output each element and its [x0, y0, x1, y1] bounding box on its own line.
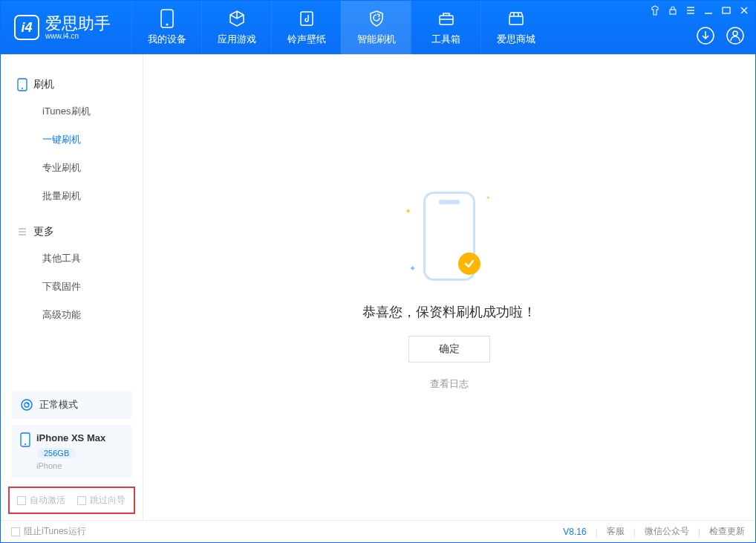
svg-rect-3 [440, 16, 453, 25]
support-link[interactable]: 客服 [607, 525, 625, 538]
checkbox-label: 自动激活 [30, 494, 65, 507]
svg-rect-6 [723, 7, 730, 13]
download-icon[interactable] [696, 26, 715, 48]
phone-icon [20, 432, 30, 447]
device-name: iPhone XS Max [36, 432, 105, 443]
status-bar: 阻止iTunes运行 V8.16 | 客服 | 微信公众号 | 检查更新 [1, 520, 755, 542]
close-icon[interactable] [739, 5, 749, 16]
checkbox-skip-guide[interactable]: 跳过向导 [77, 494, 126, 507]
logo: i4 爱思助手 www.i4.cn [1, 15, 124, 40]
svg-point-12 [22, 400, 32, 410]
music-icon [297, 9, 316, 28]
main-content: ✦ ✦ ✦ 恭喜您，保资料刷机成功啦！ 确定 查看日志 [143, 54, 755, 520]
app-subtitle: www.i4.cn [45, 32, 111, 40]
device-mode-text: 正常模式 [39, 398, 78, 412]
checkbox-row-highlighted: 自动激活 跳过向导 [8, 487, 135, 514]
tab-my-device[interactable]: 我的设备 [131, 1, 201, 54]
cube-icon [227, 9, 247, 28]
checkbox-label: 阻止iTunes运行 [24, 525, 86, 538]
skin-icon[interactable] [650, 5, 660, 16]
app-body: 刷机 iTunes刷机 一键刷机 专业刷机 批量刷机 更多 其他工具 下载固件 … [1, 54, 755, 520]
success-illustration: ✦ ✦ ✦ [382, 184, 516, 288]
lock-icon[interactable] [668, 5, 678, 16]
shield-icon [367, 9, 386, 28]
sidebar: 刷机 iTunes刷机 一键刷机 专业刷机 批量刷机 更多 其他工具 下载固件 … [1, 54, 143, 520]
device-icon [157, 9, 177, 28]
app-header: i4 爱思助手 www.i4.cn 我的设备 应用游戏 铃声壁纸 智能刷机 工具… [1, 1, 755, 54]
top-tabs: 我的设备 应用游戏 铃声壁纸 智能刷机 工具箱 爱思商城 [131, 1, 550, 54]
window-controls [650, 5, 749, 16]
sidebar-group-flash: 刷机 iTunes刷机 一键刷机 专业刷机 批量刷机 [1, 68, 143, 215]
ok-button[interactable]: 确定 [408, 336, 490, 362]
logo-icon: i4 [14, 15, 39, 40]
toolbox-icon [437, 9, 456, 28]
sidebar-item-pro-flash[interactable]: 专业刷机 [1, 154, 143, 182]
sidebar-group-title: 刷机 [1, 72, 143, 97]
svg-point-1 [166, 24, 168, 26]
wechat-link[interactable]: 微信公众号 [645, 525, 689, 538]
tab-label: 智能刷机 [357, 33, 396, 46]
tab-store[interactable]: 爱思商城 [480, 1, 550, 54]
sidebar-group-more: 更多 其他工具 下载固件 高级功能 [1, 215, 143, 334]
check-circle-icon [458, 253, 480, 275]
checkbox-box [17, 496, 26, 505]
sidebar-item-batch-flash[interactable]: 批量刷机 [1, 182, 143, 210]
sidebar-item-onekey-flash[interactable]: 一键刷机 [1, 126, 143, 154]
checkbox-auto-activate[interactable]: 自动激活 [17, 494, 65, 507]
svg-rect-5 [670, 10, 676, 14]
app-name: 爱思助手 [45, 16, 111, 32]
device-capacity: 256GB [36, 448, 76, 458]
separator: | [698, 527, 700, 537]
status-left: 阻止iTunes运行 [11, 525, 86, 538]
tab-flash[interactable]: 智能刷机 [341, 1, 411, 54]
checkbox-block-itunes[interactable]: 阻止iTunes运行 [11, 525, 86, 538]
tab-label: 应用游戏 [218, 33, 256, 46]
menu-icon[interactable] [685, 5, 696, 16]
tab-apps[interactable]: 应用游戏 [201, 1, 271, 54]
sync-icon [20, 398, 33, 412]
checkbox-label: 跳过向导 [90, 494, 126, 507]
tab-label: 爱思商城 [497, 33, 535, 46]
device-type: iPhone [36, 461, 105, 470]
svg-rect-4 [509, 16, 523, 25]
checkbox-box [11, 527, 20, 536]
separator: | [633, 527, 636, 537]
svg-point-14 [25, 443, 26, 445]
header-buttons [696, 26, 745, 48]
sparkle-icon: ✦ [486, 195, 491, 201]
device-info-row[interactable]: iPhone XS Max 256GB iPhone [11, 425, 132, 478]
view-log-link[interactable]: 查看日志 [430, 377, 469, 391]
tab-label: 工具箱 [431, 33, 460, 46]
maximize-icon[interactable] [721, 5, 731, 16]
phone-icon [17, 78, 27, 91]
tab-ringtones[interactable]: 铃声壁纸 [271, 1, 341, 54]
device-panel: 正常模式 iPhone XS Max 256GB iPhone [1, 391, 143, 487]
sidebar-item-download-firmware[interactable]: 下载固件 [1, 273, 143, 301]
list-icon [17, 227, 27, 237]
user-icon[interactable] [726, 26, 745, 48]
checkbox-box [77, 496, 86, 505]
sidebar-item-other-tools[interactable]: 其他工具 [1, 244, 143, 273]
sparkle-icon: ✦ [409, 264, 416, 273]
update-link[interactable]: 检查更新 [709, 525, 745, 538]
sidebar-item-itunes-flash[interactable]: iTunes刷机 [1, 97, 143, 126]
sidebar-title-text: 刷机 [33, 78, 54, 91]
status-right: V8.16 | 客服 | 微信公众号 | 检查更新 [563, 525, 745, 538]
sidebar-item-advanced[interactable]: 高级功能 [1, 301, 143, 329]
sidebar-title-text: 更多 [33, 225, 54, 238]
svg-point-9 [733, 31, 737, 36]
tab-label: 我的设备 [148, 33, 186, 46]
success-message: 恭喜您，保资料刷机成功啦！ [362, 303, 536, 321]
svg-point-11 [22, 88, 23, 89]
tab-toolbox[interactable]: 工具箱 [411, 1, 480, 54]
minimize-icon[interactable] [703, 5, 714, 16]
sidebar-group-title: 更多 [1, 219, 143, 244]
device-mode-row[interactable]: 正常模式 [11, 391, 132, 419]
separator: | [596, 527, 598, 537]
store-icon [506, 9, 526, 28]
sparkle-icon: ✦ [405, 207, 411, 216]
version-text: V8.16 [563, 527, 586, 537]
tab-label: 铃声壁纸 [287, 33, 326, 46]
